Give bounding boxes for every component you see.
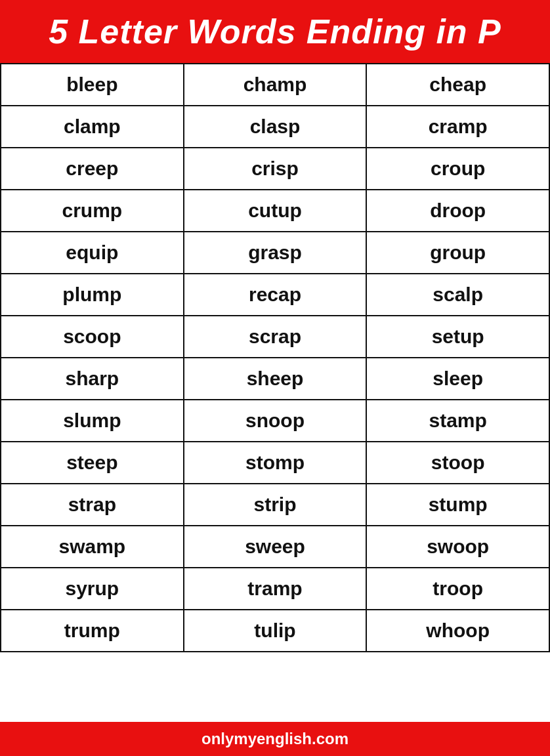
word-cell: scoop	[1, 316, 184, 358]
word-cell: setup	[366, 316, 549, 358]
word-cell: sharp	[1, 358, 184, 400]
word-cell: equip	[1, 232, 184, 274]
table-row: slumpsnoopstamp	[1, 400, 549, 442]
word-cell: stoop	[366, 442, 549, 484]
word-cell: crump	[1, 190, 184, 232]
word-cell: cutup	[184, 190, 367, 232]
table-row: strapstripstump	[1, 484, 549, 526]
table-row: plumprecapscalp	[1, 274, 549, 316]
word-cell: trump	[1, 610, 184, 652]
word-cell: stamp	[366, 400, 549, 442]
word-cell: swamp	[1, 526, 184, 568]
word-cell: tulip	[184, 610, 367, 652]
word-cell: steep	[1, 442, 184, 484]
word-cell: sheep	[184, 358, 367, 400]
word-cell: stump	[366, 484, 549, 526]
table-row: swampsweepswoop	[1, 526, 549, 568]
word-cell: cheap	[366, 64, 549, 106]
word-cell: droop	[366, 190, 549, 232]
table-row: scoopscrapsetup	[1, 316, 549, 358]
word-cell: syrup	[1, 568, 184, 610]
word-cell: bleep	[1, 64, 184, 106]
word-cell: plump	[1, 274, 184, 316]
table-row: steepstompstoop	[1, 442, 549, 484]
word-cell: sleep	[366, 358, 549, 400]
word-cell: strip	[184, 484, 367, 526]
word-cell: swoop	[366, 526, 549, 568]
word-cell: scrap	[184, 316, 367, 358]
word-cell: clamp	[1, 106, 184, 148]
word-cell: whoop	[366, 610, 549, 652]
table-row: sharpsheepsleep	[1, 358, 549, 400]
word-cell: creep	[1, 148, 184, 190]
table-row: creepcrispcroup	[1, 148, 549, 190]
table-row: bleepchampcheap	[1, 64, 549, 106]
page-header: 5 Letter Words Ending in P	[0, 0, 550, 63]
word-cell: stomp	[184, 442, 367, 484]
table-row: syruptramptroop	[1, 568, 549, 610]
word-cell: snoop	[184, 400, 367, 442]
word-cell: group	[366, 232, 549, 274]
table-row: trumptulipwhoop	[1, 610, 549, 652]
footer-url: onlymyenglish.com	[201, 730, 349, 747]
word-cell: troop	[366, 568, 549, 610]
word-cell: crisp	[184, 148, 367, 190]
word-cell: scalp	[366, 274, 549, 316]
page-title: 5 Letter Words Ending in P	[13, 12, 537, 51]
word-table: bleepchampcheapclampclaspcrampcreepcrisp…	[0, 63, 550, 652]
word-cell: champ	[184, 64, 367, 106]
word-cell: strap	[1, 484, 184, 526]
word-table-container: bleepchampcheapclampclaspcrampcreepcrisp…	[0, 63, 550, 722]
table-row: crumpcutupdroop	[1, 190, 549, 232]
word-cell: slump	[1, 400, 184, 442]
word-cell: clasp	[184, 106, 367, 148]
table-row: clampclaspcramp	[1, 106, 549, 148]
word-cell: tramp	[184, 568, 367, 610]
page-footer: onlymyenglish.com	[0, 722, 550, 756]
word-cell: cramp	[366, 106, 549, 148]
word-cell: grasp	[184, 232, 367, 274]
word-cell: recap	[184, 274, 367, 316]
word-cell: sweep	[184, 526, 367, 568]
table-row: equipgraspgroup	[1, 232, 549, 274]
word-cell: croup	[366, 148, 549, 190]
